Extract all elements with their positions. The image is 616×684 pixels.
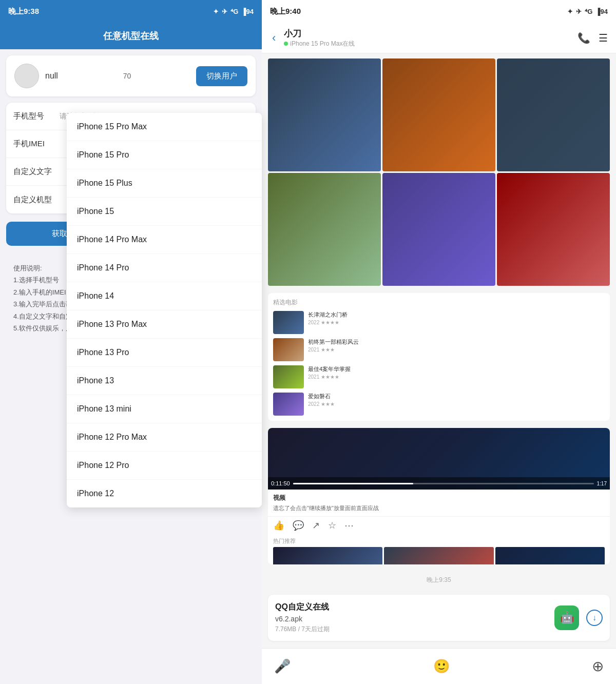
dropdown-item-iphone13[interactable]: iPhone 13	[67, 367, 262, 395]
dropdown-item-iphone14pro[interactable]: iPhone 14 Pro	[67, 254, 262, 282]
chat-messages: 精选电影 长津湖之水门桥 2022 ★★★★ 初终第一部精彩风云 2021 ★★…	[262, 53, 616, 648]
count-badge: 70	[123, 72, 131, 80]
dropdown-item-iphone13mini[interactable]: iPhone 13 mini	[67, 395, 262, 423]
content-item-3[interactable]: 最佳4案年华掌握 2021 ★★★★	[273, 365, 605, 388]
nav-icon-right: ✈	[576, 8, 582, 15]
content-section-movies: 精选电影 长津湖之水门桥 2022 ★★★★ 初终第一部精彩风云 2021 ★★…	[268, 293, 610, 421]
battery-icon-right: ▐94	[595, 8, 608, 15]
content-thumb-3	[273, 365, 304, 388]
content-text-1: 长津湖之水门桥	[308, 311, 348, 319]
status-bar-right: 晚上9:40 ✦ ✈ ⁴G ▐94	[262, 0, 616, 23]
chat-contact-name: 小刀	[284, 28, 571, 40]
online-status-text: iPhone 15 Pro Max在线	[290, 40, 355, 48]
time-right: 晚上9:40	[270, 7, 301, 16]
content-text-3: 最佳4案年华掌握	[308, 365, 351, 373]
comment-icon[interactable]: 💬	[293, 520, 304, 531]
user-section: null 70 切换用户	[6, 55, 256, 96]
dropdown-item-iphone12[interactable]: iPhone 12	[67, 480, 262, 507]
apk-info: QQ自定义在线 v6.2.apk 7.76MB / 7天后过期	[275, 602, 547, 634]
share-icon[interactable]: ↗	[312, 520, 320, 531]
video-overlay: 0:11:50 1:17	[268, 477, 610, 490]
apk-title: QQ自定义在线	[275, 602, 547, 613]
video-progress-bar	[293, 483, 594, 484]
dropdown-item-iphone14promax[interactable]: iPhone 14 Pro Max	[67, 226, 262, 254]
label-phone-model: 手机型号	[13, 111, 60, 121]
media-thumb-3[interactable]	[497, 58, 610, 171]
download-button[interactable]: ↓	[586, 610, 603, 626]
status-bar-left: 晚上9:38 ✦ ✈ ⁴G ▐94	[0, 0, 262, 23]
label-custom-text: 自定义文字	[13, 167, 60, 177]
right-panel: 晚上9:40 ✦ ✈ ⁴G ▐94 ‹ 小刀 iPhone 15 Pro Max…	[262, 0, 616, 684]
dropdown-item-iphone14[interactable]: iPhone 14	[67, 282, 262, 310]
status-icons-right: ✦ ✈ ⁴G ▐94	[567, 8, 608, 15]
video-timestamp-end: 1:17	[597, 481, 607, 486]
dropdown-item-iphone13promax[interactable]: iPhone 13 Pro Max	[67, 310, 262, 339]
menu-icon[interactable]: ☰	[599, 32, 608, 44]
phone-icon[interactable]: 📞	[578, 32, 590, 44]
video-thumb[interactable]: 0:11:50 1:17	[268, 428, 610, 490]
chat-header: ‹ 小刀 iPhone 15 Pro Max在线 📞 ☰	[262, 23, 616, 53]
app-header: 任意机型在线	[0, 23, 262, 49]
content-meta-3: 2021 ★★★★	[308, 374, 351, 380]
apk-meta: 7.76MB / 7天后过期	[275, 625, 547, 634]
content-item-2[interactable]: 初终第一部精彩风云 2021 ★★★	[273, 338, 605, 361]
video-info: 视频 遗忘了会点击"继续播放"放量面前直面应战	[268, 490, 610, 516]
content-item-4[interactable]: 爱如磐石 2022 ★★★	[273, 393, 605, 416]
time-left: 晚上9:38	[8, 7, 39, 16]
rec-thumb-3[interactable]	[495, 547, 605, 564]
dropdown-item-iphone15pro[interactable]: iPhone 15 Pro	[67, 141, 262, 169]
content-thumb-2	[273, 338, 304, 361]
navigation-icon: ✈	[222, 8, 227, 15]
user-name: null	[45, 71, 58, 81]
like-icon[interactable]: 👍	[273, 520, 284, 531]
mic-button[interactable]: 🎤	[274, 658, 291, 674]
video-actions: 👍 💬 ↗ ☆ ⋯	[268, 516, 610, 534]
label-custom-model: 自定义机型	[13, 195, 60, 205]
content-section-title: 精选电影	[273, 298, 605, 307]
switch-user-button[interactable]: 切换用户	[196, 66, 247, 86]
apk-filename: v6.2.apk	[275, 615, 547, 623]
rec-thumb-1[interactable]	[273, 547, 382, 564]
emoji-button[interactable]: 🙂	[433, 658, 450, 674]
video-title: 视频	[273, 494, 605, 502]
app-title: 任意机型在线	[103, 30, 159, 42]
dropdown-item-iphone15[interactable]: iPhone 15	[67, 198, 262, 226]
video-desc: 遗忘了会点击"继续播放"放量面前直面应战	[273, 504, 605, 512]
dropdown-item-iphone13pro[interactable]: iPhone 13 Pro	[67, 339, 262, 367]
media-thumb-6[interactable]	[497, 173, 610, 286]
video-rec-grid	[268, 547, 610, 564]
content-item-1[interactable]: 长津湖之水门桥 2022 ★★★★	[273, 311, 605, 334]
video-progress-fill	[293, 483, 413, 484]
media-grid	[268, 58, 610, 286]
media-thumb-5[interactable]	[382, 173, 495, 286]
media-thumb-1[interactable]	[268, 58, 381, 171]
media-thumb-2[interactable]	[382, 58, 495, 171]
dropdown-item-iphone12promax[interactable]: iPhone 12 Pro Max	[67, 423, 262, 452]
user-left: null	[14, 64, 58, 88]
chat-status: iPhone 15 Pro Max在线	[284, 40, 571, 48]
video-rec-title: 热门推荐	[268, 534, 610, 547]
apk-icon: 🤖	[554, 605, 579, 630]
content-meta-4: 2022 ★★★	[308, 401, 335, 407]
apk-message: QQ自定义在线 v6.2.apk 7.76MB / 7天后过期 🤖 ↓	[268, 595, 610, 641]
bluetooth-icon: ✦	[213, 8, 219, 15]
label-imei: 手机IMEI	[13, 139, 60, 149]
media-thumb-4[interactable]	[268, 173, 381, 286]
add-button[interactable]: ⊕	[592, 658, 604, 675]
wifi-icon-right: ⁴G	[585, 8, 592, 15]
chat-actions: 📞 ☰	[578, 32, 608, 44]
dropdown-item-iphone15promax[interactable]: iPhone 15 Pro Max	[67, 113, 262, 141]
status-icons-left: ✦ ✈ ⁴G ▐94	[213, 8, 254, 15]
dropdown-item-iphone12pro[interactable]: iPhone 12 Pro	[67, 452, 262, 480]
online-dot-icon	[284, 42, 288, 46]
content-meta-1: 2022 ★★★★	[308, 320, 348, 325]
rec-thumb-2[interactable]	[384, 547, 493, 564]
apk-icon-emoji: 🤖	[560, 611, 574, 624]
back-button[interactable]: ‹	[270, 29, 278, 47]
content-text-2: 初终第一部精彩风云	[308, 338, 359, 346]
more-icon[interactable]: ⋯	[344, 520, 354, 531]
content-thumb-1	[273, 311, 304, 334]
dropdown-item-iphone15plus[interactable]: iPhone 15 Plus	[67, 169, 262, 198]
bookmark-icon[interactable]: ☆	[328, 520, 336, 531]
battery-icon: ▐94	[241, 8, 254, 15]
